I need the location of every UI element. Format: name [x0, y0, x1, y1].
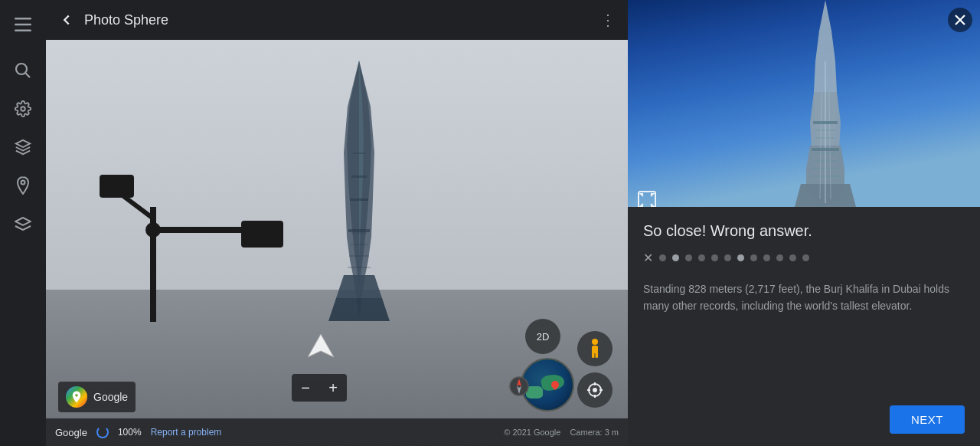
- street-view-scene[interactable]: 2D − + Goog: [46, 0, 628, 446]
- progress-dot-2: [672, 254, 679, 261]
- bottombar: Google 100% Report a problem © 2021 Goog…: [46, 418, 628, 446]
- stack-layers-icon[interactable]: [6, 207, 40, 241]
- svg-rect-2: [15, 30, 31, 32]
- loading-percent: 100%: [118, 427, 142, 438]
- progress-dot-11: [789, 254, 796, 261]
- report-problem-link[interactable]: Report a problem: [151, 427, 222, 438]
- layers-icon[interactable]: [6, 130, 40, 164]
- svg-marker-19: [336, 275, 382, 298]
- right-panel: So close! Wrong answer. ✕ Standing 828 m…: [628, 0, 980, 446]
- zoom-controls: − +: [292, 374, 347, 402]
- pegman-button[interactable]: [577, 331, 612, 366]
- google-maps-icon: [66, 386, 87, 408]
- svg-rect-23: [351, 175, 367, 178]
- google-watermark: Google: [58, 382, 136, 412]
- page-title: Photo Sphere: [84, 12, 600, 28]
- svg-point-14: [145, 222, 161, 238]
- map-controls: [577, 331, 612, 408]
- next-button[interactable]: NEXT: [890, 405, 965, 434]
- 2d-mode-button[interactable]: 2D: [525, 319, 560, 354]
- svg-rect-0: [15, 18, 31, 20]
- more-options-button[interactable]: ⋮: [600, 11, 616, 29]
- svg-marker-29: [308, 334, 334, 357]
- compass-marker: [508, 375, 530, 400]
- copyright-text: © 2021 Google: [504, 428, 560, 437]
- svg-rect-21: [348, 229, 370, 232]
- progress-dot-10: [776, 254, 783, 261]
- sidebar: [0, 0, 46, 446]
- search-icon[interactable]: [6, 54, 40, 87]
- zoom-in-button[interactable]: +: [319, 374, 347, 402]
- svg-rect-22: [350, 198, 368, 201]
- main-view: Photo Sphere ⋮: [46, 0, 628, 446]
- svg-rect-32: [592, 352, 595, 358]
- progress-dots: ✕: [643, 251, 965, 265]
- progress-dot-9: [763, 254, 770, 261]
- navigation-arrow[interactable]: [302, 328, 340, 369]
- svg-rect-33: [596, 352, 599, 358]
- expand-icon[interactable]: [637, 190, 657, 207]
- progress-dot-3: [685, 254, 692, 261]
- svg-marker-20: [328, 298, 390, 321]
- progress-dot-12: [802, 254, 809, 261]
- svg-line-4: [26, 74, 31, 78]
- wrong-answer-x: ✕: [643, 251, 653, 265]
- burj-khalifa-building: [275, 61, 443, 321]
- progress-dot-7: [737, 254, 744, 261]
- panel-burj-khalifa: [718, 0, 933, 207]
- svg-point-5: [21, 107, 25, 111]
- location-target-button[interactable]: [577, 372, 612, 408]
- panel-content: So close! Wrong answer. ✕ Standing 828 m…: [628, 207, 980, 396]
- svg-marker-6: [16, 140, 30, 147]
- svg-point-15: [101, 178, 113, 190]
- loading-indicator: [96, 426, 109, 438]
- google-logo-text: Google: [55, 427, 87, 438]
- back-button[interactable]: [58, 11, 75, 28]
- close-panel-button[interactable]: [948, 8, 972, 32]
- svg-rect-56: [813, 121, 838, 124]
- svg-point-7: [21, 181, 25, 185]
- zoom-out-button[interactable]: −: [292, 374, 319, 402]
- progress-dot-6: [724, 254, 731, 261]
- topbar: Photo Sphere ⋮: [46, 0, 628, 40]
- progress-dot-5: [711, 254, 718, 261]
- svg-rect-1: [15, 24, 31, 26]
- progress-dot-1: [659, 254, 666, 261]
- google-watermark-text: Google: [93, 391, 128, 403]
- menu-icon[interactable]: [6, 8, 40, 41]
- settings-icon[interactable]: [6, 92, 40, 126]
- svg-point-3: [16, 64, 27, 74]
- panel-image: [628, 0, 980, 207]
- progress-dot-4: [698, 254, 705, 261]
- svg-rect-57: [812, 148, 839, 151]
- svg-rect-24: [353, 152, 365, 154]
- description-text: Standing 828 meters (2,717 feet), the Bu…: [643, 280, 965, 315]
- svg-point-35: [593, 389, 596, 392]
- next-button-container: NEXT: [628, 396, 980, 446]
- progress-dot-8: [750, 254, 757, 261]
- camera-info-text: Camera: 3 m: [570, 428, 619, 437]
- svg-point-30: [592, 339, 598, 345]
- location-pin-icon[interactable]: [6, 169, 40, 202]
- result-title: So close! Wrong answer.: [643, 222, 965, 240]
